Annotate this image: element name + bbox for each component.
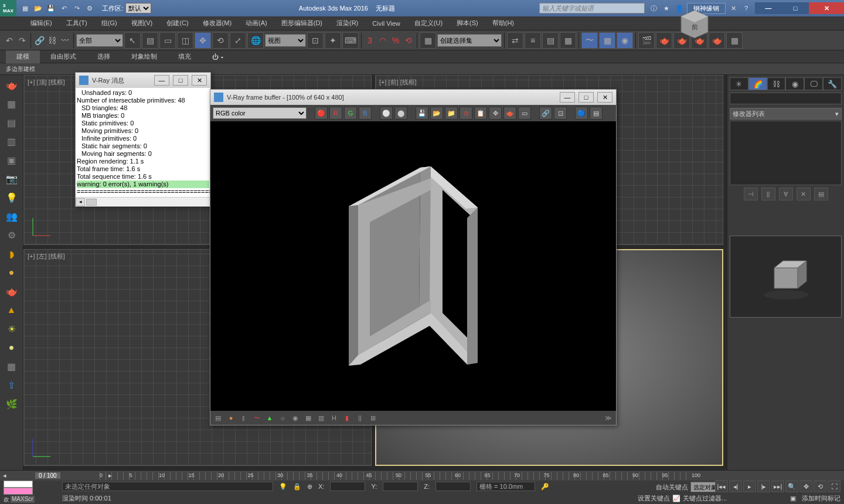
mesh-icon[interactable]: ▦ (4, 359, 19, 374)
modifier-list-dropdown[interactable]: 修改器列表▾ (730, 108, 842, 120)
vray-msg-min-button[interactable]: — (154, 75, 169, 86)
vfb-bg-icon[interactable]: ▦ (303, 413, 314, 423)
vfb-load-button[interactable]: 📂 (430, 107, 443, 120)
menu-create[interactable]: 创建(C) (159, 16, 195, 30)
coords-icon[interactable]: ⊕ (307, 483, 312, 491)
tab-hierarchy[interactable]: ⛓ (767, 77, 786, 90)
filter-dropdown[interactable]: 全部 (76, 34, 123, 47)
cone-icon[interactable]: ▲ (4, 302, 19, 318)
helper-icon[interactable]: ⚙ (4, 227, 19, 243)
autokey-button[interactable]: 自动关键点 (656, 483, 688, 492)
goto-start-button[interactable]: |◂◂ (715, 481, 728, 492)
move-button[interactable]: ✥ (195, 32, 211, 49)
x-input[interactable] (330, 482, 365, 491)
vfb-srgb-icon[interactable]: || (355, 413, 365, 423)
vray-message-window[interactable]: V-Ray 消息 — □ ✕ Unshaded rays: 0 Number o… (75, 72, 211, 207)
script-label[interactable]: MAXScr (11, 496, 35, 503)
menu-view[interactable]: 视图(V) (124, 16, 160, 30)
ribbon-toggle[interactable]: ⏻ ▾ (202, 50, 234, 63)
vfb-mono-button[interactable]: ⚪ (380, 107, 393, 120)
viewport-left-label[interactable]: [+] [左] [线框] (28, 252, 65, 261)
signin-icon[interactable]: ★ (661, 3, 672, 13)
viewport-front-label[interactable]: [+] [前] [线框] (379, 78, 417, 87)
swatch-pink[interactable] (4, 488, 33, 495)
vfb-grid-icon[interactable]: ⊞ (367, 413, 378, 423)
viewcube[interactable]: 前 (674, 6, 715, 47)
vfb-min-button[interactable]: — (560, 92, 575, 103)
render-frame-button[interactable]: 🫖 (656, 32, 672, 49)
vfb-render-button[interactable]: 🫖 (503, 107, 516, 120)
vfb-alpha-button[interactable]: ⬤ (394, 107, 407, 120)
menu-edit[interactable]: 编辑(E) (23, 16, 59, 30)
scale-button[interactable]: ⤢ (230, 32, 246, 49)
curve-editor-button[interactable]: 〜 (581, 32, 598, 49)
redo-button[interactable]: ↷ (16, 32, 28, 49)
save-icon[interactable]: 💾 (46, 3, 56, 13)
pivot-button[interactable]: ⊡ (307, 32, 324, 49)
rotate-button[interactable]: ⟲ (212, 32, 229, 49)
refcoord-dropdown[interactable]: 视图 (265, 34, 306, 47)
selset-dropdown[interactable]: 创建选择集 (437, 34, 502, 47)
teapot-icon[interactable]: 🫖 (4, 77, 19, 93)
menu-help[interactable]: 帮助(H) (485, 16, 521, 30)
vfb-wb-icon[interactable]: ☼ (277, 413, 288, 423)
show-result-button[interactable]: || (761, 188, 775, 200)
maximize-button[interactable]: □ (782, 2, 809, 14)
vfb-g-button[interactable]: G (344, 107, 357, 120)
add-timemark-label[interactable]: 添加时间标记 (802, 494, 840, 503)
snap-percent-icon[interactable]: % (390, 32, 401, 49)
vfb-cc-button[interactable]: 🔵 (575, 107, 588, 120)
workspace-dropdown[interactable]: 默认 (125, 3, 151, 13)
people-icon[interactable]: 👥 (4, 209, 19, 224)
nav-zoom-button[interactable]: 🔍 (785, 481, 798, 492)
vfb-titlebar[interactable]: V-Ray frame buffer - [100% of 640 x 480]… (210, 90, 616, 105)
pin-stack-button[interactable]: ⊣ (744, 188, 758, 200)
manip-button[interactable]: ✦ (325, 32, 341, 49)
lock2-icon[interactable]: 🔒 (293, 483, 301, 491)
redo-icon[interactable]: ↷ (72, 3, 82, 13)
help-icon[interactable]: ? (741, 3, 751, 13)
next-frame-button[interactable]: |▸ (757, 481, 770, 492)
menu-graph[interactable]: 图形编辑器(D) (274, 16, 329, 30)
window-crossing-button[interactable]: ◫ (177, 32, 193, 49)
vfb-close-button[interactable]: ✕ (597, 92, 612, 103)
snap-spinner-icon[interactable]: ⟲ (403, 32, 414, 49)
dome-icon[interactable]: ◗ (4, 246, 19, 261)
vfb-save-button[interactable]: 💾 (416, 107, 428, 120)
menu-civil[interactable]: Civil View (365, 16, 407, 30)
scroll-thumb[interactable] (86, 199, 97, 206)
vfb-copy-button[interactable]: 📋 (474, 107, 487, 120)
select-name-button[interactable]: ▤ (142, 32, 158, 49)
vray-msg-scrollbar[interactable]: ◂ (76, 197, 210, 206)
modifier-stack[interactable] (730, 121, 842, 185)
frame-indicator[interactable]: 0 / 100 (35, 472, 60, 479)
scroll-left-button[interactable]: ◂ (76, 198, 85, 206)
layer-button[interactable]: ▤ (542, 32, 559, 49)
wall-icon[interactable]: ▥ (4, 134, 19, 149)
menu-custom[interactable]: 自定义(U) (407, 16, 450, 30)
vfb-hsl-icon[interactable]: ◉ (290, 413, 301, 423)
prev-frame-button[interactable]: ◂| (729, 481, 742, 492)
nav-orbit-button[interactable]: ⟲ (814, 481, 826, 492)
vfb-clear-button[interactable]: ⊘ (460, 107, 472, 120)
lock-icon[interactable]: 💡 (279, 483, 287, 491)
vfb-hist-button[interactable]: ▤ (590, 107, 603, 120)
placement-button[interactable]: 🌐 (247, 32, 264, 49)
timeline-left-button[interactable]: ◂ (0, 472, 9, 479)
viewport-top-label[interactable]: [+] [顶] [线框] (28, 78, 65, 87)
tab-utilities[interactable]: 🔧 (823, 77, 842, 90)
teapot2-icon[interactable]: 🫖 (4, 284, 19, 299)
vfb-stamp-icon[interactable]: ▮ (342, 413, 352, 423)
render-setup-button[interactable]: 🎬 (638, 32, 655, 49)
unlink-button[interactable]: ⛓ (46, 32, 58, 49)
vfb-lut-icon[interactable]: ▥ (316, 413, 326, 423)
vfb-max-button[interactable]: □ (578, 92, 594, 103)
export-icon[interactable]: ⇪ (4, 377, 19, 393)
grass-icon[interactable]: 🌿 (4, 396, 19, 411)
menu-tools[interactable]: 工具(T) (59, 16, 94, 30)
vray-msg-titlebar[interactable]: V-Ray 消息 — □ ✕ (76, 73, 210, 88)
z-input[interactable] (435, 482, 471, 491)
close-user-icon[interactable]: ✕ (728, 3, 738, 13)
mirror-button[interactable]: ⇄ (507, 32, 523, 49)
swatch-white[interactable] (4, 481, 33, 488)
